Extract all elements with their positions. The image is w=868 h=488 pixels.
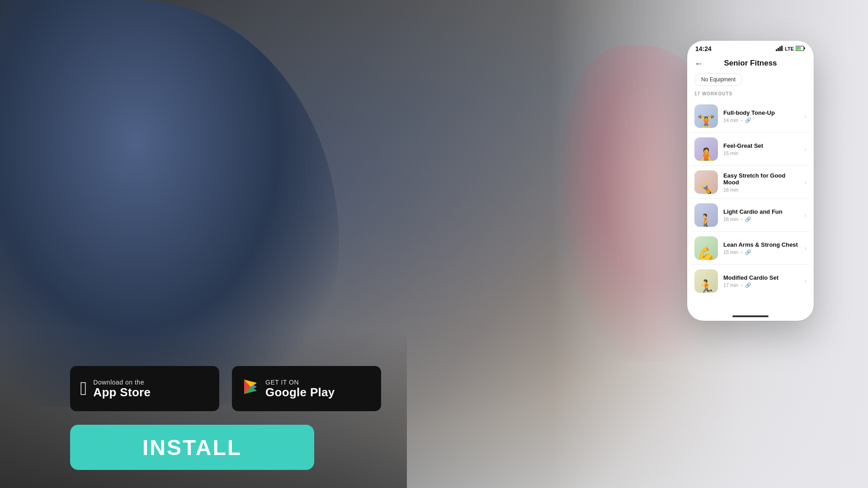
- workout-figure-icon: 🏃: [697, 280, 715, 293]
- workout-thumbnail: 🤸: [694, 170, 718, 194]
- workout-meta: 14 min 🔗: [723, 117, 799, 123]
- workout-thumbnail: 🏋️: [694, 104, 718, 128]
- filter-tag[interactable]: No Equipment: [694, 73, 742, 86]
- workout-item[interactable]: 🚶 Light Cardio and Fun 18 min 🔗 ›: [691, 199, 810, 232]
- workout-meta: 18 min 🔗: [723, 216, 799, 222]
- apple-icon: : [80, 378, 87, 399]
- svg-rect-15: [778, 48, 779, 51]
- chevron-right-icon: ›: [804, 211, 807, 219]
- workout-duration: 18 min: [723, 216, 738, 222]
- link-icon: 🔗: [745, 282, 751, 288]
- workout-duration: 15 min: [723, 249, 738, 255]
- workout-name: Full-body Tone-Up: [723, 109, 799, 116]
- google-play-big-text: Google Play: [265, 386, 335, 399]
- phone-mockup: 14:24 LTE ⚡ ← S: [687, 41, 814, 321]
- svg-rect-16: [779, 47, 781, 51]
- svg-rect-19: [804, 47, 805, 50]
- workout-name: Easy Stretch for Good Mood: [723, 172, 799, 186]
- chevron-right-icon: ›: [804, 113, 807, 120]
- meta-dot: [741, 120, 742, 121]
- install-button-label: INSTALL: [142, 435, 242, 460]
- workout-info: Light Cardio and Fun 18 min 🔗: [723, 208, 799, 222]
- signal-icon: [776, 46, 783, 52]
- workout-figure-icon: 🚶: [697, 214, 715, 227]
- workout-item[interactable]: 🏋️ Full-body Tone-Up 14 min 🔗 ›: [691, 100, 810, 133]
- workout-info: Modified Cardio Set 17 min 🔗: [723, 274, 799, 288]
- back-button[interactable]: ←: [694, 58, 703, 69]
- workout-meta: 17 min 🔗: [723, 282, 799, 288]
- chevron-right-icon: ›: [804, 145, 807, 153]
- workout-name: Feel-Great Set: [723, 142, 799, 149]
- app-title: Senior Fitness: [724, 59, 777, 68]
- workout-thumbnail: 🧘: [694, 137, 718, 161]
- app-store-big-text: App Store: [93, 386, 151, 399]
- workouts-count: 17 WORKOUTS: [687, 91, 814, 100]
- workout-meta: 16 min: [723, 187, 799, 192]
- workout-info: Easy Stretch for Good Mood 16 min: [723, 172, 799, 192]
- battery-icon: ⚡: [796, 46, 806, 52]
- workout-duration: 17 min: [723, 282, 738, 288]
- workout-meta: 15 min 🔗: [723, 249, 799, 255]
- workout-item[interactable]: 🧘 Feel-Great Set 15 min ›: [691, 133, 810, 166]
- phone-bottom: [687, 312, 814, 321]
- svg-rect-14: [776, 49, 777, 51]
- filter-section: No Equipment: [687, 73, 814, 91]
- home-indicator: [732, 315, 769, 317]
- filter-tag-label: No Equipment: [701, 76, 736, 83]
- svg-rect-17: [781, 46, 783, 51]
- status-icons: LTE ⚡: [776, 46, 806, 52]
- workout-meta: 15 min: [723, 150, 799, 156]
- workout-figure-icon: 💪: [697, 247, 715, 260]
- google-play-small-text: GET IT ON: [265, 379, 335, 386]
- meta-dot: [741, 252, 742, 253]
- meta-dot: [741, 285, 742, 286]
- workout-info: Lean Arms & Strong Chest 15 min 🔗: [723, 241, 799, 255]
- app-header: ← Senior Fitness: [687, 55, 814, 73]
- meta-dot: [741, 219, 742, 220]
- link-icon: 🔗: [745, 117, 751, 123]
- workout-info: Full-body Tone-Up 14 min 🔗: [723, 109, 799, 123]
- network-label: LTE: [785, 46, 794, 52]
- workout-figure-icon: 🧘: [697, 148, 715, 161]
- workout-duration: 16 min: [723, 187, 738, 192]
- google-play-icon: [242, 378, 259, 399]
- chevron-right-icon: ›: [804, 244, 807, 252]
- workout-item[interactable]: 🤸 Easy Stretch for Good Mood 16 min ›: [691, 166, 810, 199]
- workout-info: Feel-Great Set 15 min: [723, 142, 799, 156]
- workout-thumbnail: 💪: [694, 236, 718, 260]
- svg-text:⚡: ⚡: [797, 47, 801, 51]
- workout-item[interactable]: 🏃 Modified Cardio Set 17 min 🔗 ›: [691, 265, 810, 297]
- store-buttons-container:  Download on the App Store: [70, 366, 381, 411]
- google-play-button[interactable]: GET IT ON Google Play: [232, 366, 381, 411]
- status-time: 14:24: [695, 45, 712, 52]
- status-bar: 14:24 LTE ⚡: [687, 41, 814, 55]
- app-store-button[interactable]:  Download on the App Store: [70, 366, 219, 411]
- workout-figure-icon: 🤸: [697, 181, 715, 194]
- app-store-small-text: Download on the: [93, 379, 151, 386]
- workout-name: Light Cardio and Fun: [723, 208, 799, 215]
- workout-thumbnail: 🚶: [694, 203, 718, 227]
- chevron-right-icon: ›: [804, 277, 807, 285]
- workout-name: Modified Cardio Set: [723, 274, 799, 281]
- link-icon: 🔗: [745, 249, 751, 255]
- link-icon: 🔗: [745, 216, 751, 222]
- workout-name: Lean Arms & Strong Chest: [723, 241, 799, 248]
- workout-item[interactable]: 💪 Lean Arms & Strong Chest 15 min 🔗 ›: [691, 232, 810, 265]
- workout-list: 🏋️ Full-body Tone-Up 14 min 🔗 › 🧘 Feel-G…: [687, 100, 814, 312]
- workout-figure-icon: 🏋️: [697, 115, 715, 128]
- workout-duration: 15 min: [723, 150, 738, 156]
- chevron-right-icon: ›: [804, 178, 807, 186]
- workout-thumbnail: 🏃: [694, 269, 718, 293]
- install-button[interactable]: INSTALL: [70, 425, 314, 470]
- workout-duration: 14 min: [723, 117, 738, 123]
